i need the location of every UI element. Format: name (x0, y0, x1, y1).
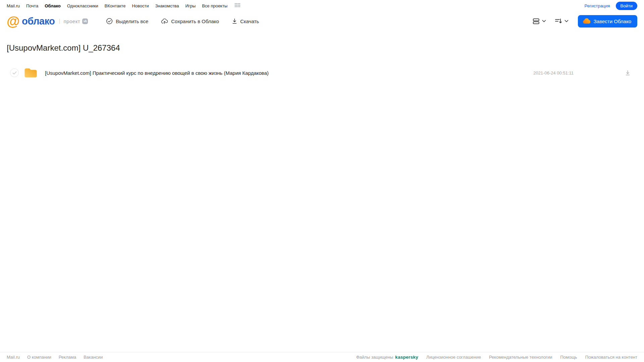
cloud-logo[interactable]: @ облако | проект vk (7, 15, 106, 27)
nav-igry[interactable]: Игры (185, 3, 196, 8)
get-cloud-label: Завести Облако (594, 18, 631, 24)
main-content: [UsupovMarket.com] U_267364 [UsupovMarke… (0, 43, 644, 84)
download-label: Скачать (240, 18, 259, 24)
select-all-label: Выделить все (116, 18, 148, 24)
nav-mailru[interactable]: Mail.ru (7, 3, 20, 8)
nav-novosti[interactable]: Новости (132, 3, 149, 8)
kaspersky-protected: Файлы защищены kaspersky (356, 355, 418, 360)
portal-navbar: Mail.ru Почта Облако Одноклассники ВКонт… (0, 0, 644, 11)
nav-znakomstva[interactable]: Знакомства (155, 3, 179, 8)
nav-vkontakte[interactable]: ВКонтакте (105, 3, 126, 8)
registration-link[interactable]: Регистрация (585, 3, 610, 8)
nav-pochta[interactable]: Почта (26, 3, 38, 8)
logo-divider: | (59, 18, 60, 24)
folder-icon (23, 66, 38, 79)
logo-project-label: проект (63, 18, 80, 24)
footer-ads-link[interactable]: Реклама (59, 355, 76, 360)
nav-all-projects[interactable]: Все проекты (202, 3, 228, 8)
chevron-down-icon (542, 20, 546, 22)
file-name[interactable]: [UsupovMarket.com] Практический курс по … (45, 70, 533, 76)
check-circle-icon (106, 18, 113, 24)
sort-dropdown[interactable] (553, 16, 571, 26)
footer: Mail.ru О компании Реклама Вакансии Файл… (0, 352, 644, 362)
cloud-icon (583, 18, 590, 24)
logo-word: облако (22, 16, 55, 27)
row-checkbox[interactable] (10, 68, 19, 77)
footer-license-link[interactable]: Лицензионное соглашение (426, 355, 481, 360)
nav-odnoklassniki[interactable]: Одноклассники (67, 3, 98, 8)
header-right-controls: Завести Облако (531, 15, 637, 28)
chevron-down-icon (564, 20, 568, 22)
kaspersky-logo[interactable]: kaspersky (395, 355, 418, 360)
mailru-at-icon: @ (7, 15, 19, 27)
file-date: 2021-06-24 00:51:11 (533, 70, 574, 75)
grid-dots-icon[interactable] (235, 3, 240, 9)
save-to-cloud-label: Сохранить в Облако (171, 18, 219, 24)
file-actions-toolbar: Выделить все Сохранить в Облако Скачат (106, 18, 259, 24)
rows-view-icon (533, 18, 540, 24)
portal-links: Mail.ru Почта Облако Одноклассники ВКонт… (7, 3, 240, 9)
sort-desc-icon (555, 18, 562, 24)
header-toolbar: @ облако | проект vk Выделить все (0, 11, 644, 31)
download-icon (232, 18, 237, 24)
login-button[interactable]: Войти (616, 2, 637, 10)
footer-left-links: Mail.ru О компании Реклама Вакансии (7, 355, 103, 360)
protected-label: Файлы защищены (356, 355, 393, 360)
footer-jobs-link[interactable]: Вакансии (84, 355, 103, 360)
get-cloud-button[interactable]: Завести Облако (578, 15, 637, 28)
select-all-button[interactable]: Выделить все (106, 18, 148, 24)
footer-help-link[interactable]: Помощь (560, 355, 577, 360)
file-row[interactable]: [UsupovMarket.com] Практический курс по … (7, 62, 637, 84)
vk-badge-icon: vk (82, 18, 88, 24)
footer-about-link[interactable]: О компании (27, 355, 51, 360)
footer-right-links: Файлы защищены kaspersky Лицензионное со… (356, 355, 637, 360)
download-button[interactable]: Скачать (232, 18, 259, 24)
row-download-icon[interactable] (625, 70, 631, 76)
auth-area: Регистрация Войти (585, 2, 637, 10)
footer-mailru-link[interactable]: Mail.ru (7, 355, 20, 360)
footer-report-link[interactable]: Пожаловаться на контент (585, 355, 637, 360)
check-icon (12, 71, 17, 75)
nav-oblako[interactable]: Облако (45, 3, 61, 8)
cloud-upload-icon (161, 18, 168, 24)
save-to-cloud-button[interactable]: Сохранить в Облако (161, 18, 219, 24)
view-mode-dropdown[interactable] (531, 16, 548, 27)
footer-recommendations-link[interactable]: Рекомендательные технологии (489, 355, 552, 360)
page-title: [UsupovMarket.com] U_267364 (7, 43, 637, 53)
